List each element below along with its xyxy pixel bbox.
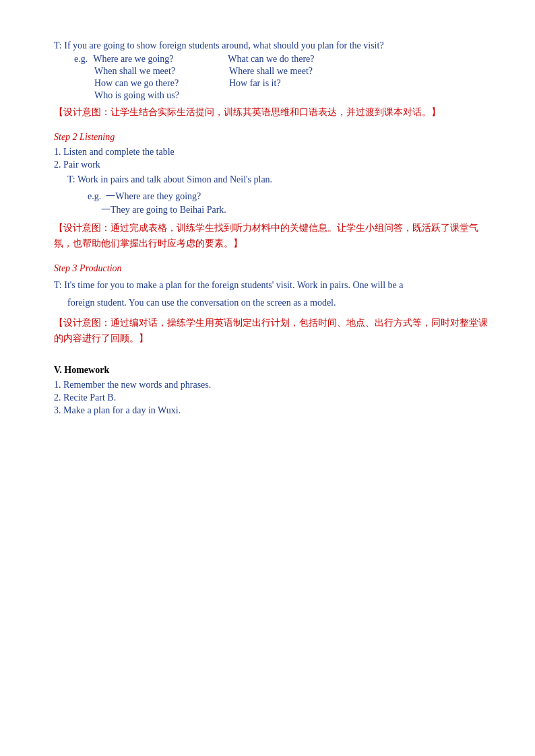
section-step3: Step 3 Production T: It's time for you t… [54,263,488,346]
homework-item-2: 2. Recite Part B. [54,392,488,403]
section-homework: V. Homework 1. Remember the new words an… [54,358,488,416]
discussion-question: T: If you are going to show foreign stud… [54,40,488,51]
step3-title: Step 3 Production [54,263,488,274]
step3-t-line2: foreign student. You can use the convers… [67,296,488,310]
step2-item1: 1. Listen and complete the table [54,147,488,158]
eg-label: e.g. [74,54,88,65]
eg-col1-4: Who is going with us? [94,90,229,101]
homework-title: V. Homework [54,365,488,376]
eg-block: e.g. Where are we going? What can we do … [74,54,488,101]
design-note-1: 【设计意图：让学生结合实际生活提问，训练其英语思维和口语表达，并过渡到课本对话。… [54,105,488,120]
eg-col2-2: Where shall we meet? [229,66,313,77]
step2-title: Step 2 Listening [54,132,488,143]
eg-col2-3: How far is it? [229,78,281,89]
eg-row-4: Who is going with us? [94,90,488,101]
step2-eg-label: e.g. 一Where are they going? [88,191,488,203]
eg-row-2: When shall we meet? Where shall we meet? [94,66,488,77]
eg-col2-1: What can we do there? [228,54,314,65]
eg-row-1: e.g. Where are we going? What can we do … [74,54,488,65]
step3-t-line1: T: It's time for you to make a plan for … [54,278,488,293]
eg-row-3: How can we go there? How far is it? [94,78,488,89]
homework-item-3: 3. Make a plan for a day in Wuxi. [54,405,488,416]
design-note-2: 【设计意图：通过完成表格，训练学生找到听力材料中的关键信息。让学生小组问答，既活… [54,220,488,251]
step2-item2: 2. Pair work [54,160,488,170]
section-step2: Step 2 Listening 1. Listen and complete … [54,132,488,251]
eg-col1-3: How can we go there? [94,78,229,89]
section-discussion: T: If you are going to show foreign stud… [54,40,488,120]
step2-eg-line2: 一They are going to Beihai Park. [101,204,488,216]
eg-col1-1: Where are we going? [93,54,228,65]
eg-col1-2: When shall we meet? [94,66,229,77]
step2-t-line: T: Work in pairs and talk about Simon an… [67,172,488,187]
homework-item-1: 1. Remember the new words and phrases. [54,380,488,390]
design-note-3: 【设计意图：通过编对话，操练学生用英语制定出行计划，包括时间、地点、出行方式等，… [54,315,488,346]
